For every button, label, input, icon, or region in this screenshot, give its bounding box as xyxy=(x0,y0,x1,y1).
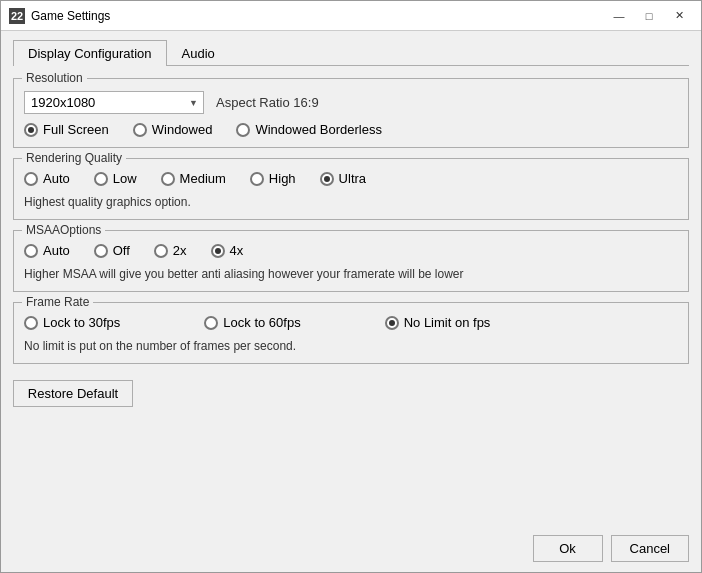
radio-msaa-auto-label: Auto xyxy=(43,243,70,258)
radio-lock60-label: Lock to 60fps xyxy=(223,315,300,330)
resolution-dropdown-wrapper[interactable]: 1920x1080 xyxy=(24,91,204,114)
title-bar: 22 Game Settings — □ ✕ xyxy=(1,1,701,31)
framerate-hint: No limit is put on the number of frames … xyxy=(24,339,296,353)
display-mode-group: Full Screen Windowed Windowed Borderless xyxy=(24,122,678,137)
rendering-hint: Highest quality graphics option. xyxy=(24,195,191,209)
radio-msaa-off[interactable]: Off xyxy=(94,243,130,258)
tab-audio[interactable]: Audio xyxy=(167,40,230,66)
radio-nolimit-label: No Limit on fps xyxy=(404,315,491,330)
rendering-quality-group: Rendering Quality Auto Low Medium xyxy=(13,158,689,220)
tab-bar: Display Configuration Audio xyxy=(13,39,689,66)
aspect-ratio-label: Aspect Ratio 16:9 xyxy=(216,95,319,110)
radio-windowed-borderless[interactable]: Windowed Borderless xyxy=(236,122,381,137)
radio-windowed-borderless-label: Windowed Borderless xyxy=(255,122,381,137)
close-button[interactable]: ✕ xyxy=(665,6,693,26)
tab-display-configuration[interactable]: Display Configuration xyxy=(13,40,167,66)
framerate-options-group: Lock to 30fps Lock to 60fps No Limit on … xyxy=(24,315,678,330)
msaa-group-label: MSAAOptions xyxy=(22,223,105,237)
radio-msaa-auto-circle xyxy=(24,244,38,258)
radio-lock60[interactable]: Lock to 60fps xyxy=(204,315,300,330)
radio-render-auto-label: Auto xyxy=(43,171,70,186)
radio-render-low-label: Low xyxy=(113,171,137,186)
radio-windowed-borderless-circle xyxy=(236,123,250,137)
msaa-content: Auto Off 2x 4x Higher MSAA will xyxy=(24,243,678,281)
rendering-content: Auto Low Medium High xyxy=(24,171,678,209)
bottom-bar: Ok Cancel xyxy=(1,527,701,572)
radio-msaa-2x[interactable]: 2x xyxy=(154,243,187,258)
restore-btn-row: Restore Default xyxy=(13,380,689,407)
radio-windowed[interactable]: Windowed xyxy=(133,122,213,137)
radio-render-medium-label: Medium xyxy=(180,171,226,186)
radio-render-low[interactable]: Low xyxy=(94,171,137,186)
resolution-group: Resolution 1920x1080 Aspect Ratio 16:9 F… xyxy=(13,78,689,148)
radio-msaa-off-circle xyxy=(94,244,108,258)
radio-msaa-auto[interactable]: Auto xyxy=(24,243,70,258)
ok-button[interactable]: Ok xyxy=(533,535,603,562)
radio-lock30-circle xyxy=(24,316,38,330)
resolution-content: 1920x1080 Aspect Ratio 16:9 Full Screen … xyxy=(24,91,678,137)
radio-fullscreen-circle xyxy=(24,123,38,137)
framerate-content: Lock to 30fps Lock to 60fps No Limit on … xyxy=(24,315,678,353)
radio-render-auto-circle xyxy=(24,172,38,186)
game-settings-window: 22 Game Settings — □ ✕ Display Configura… xyxy=(0,0,702,573)
window-content: Display Configuration Audio Resolution 1… xyxy=(1,31,701,527)
window-controls: — □ ✕ xyxy=(605,6,693,26)
maximize-button[interactable]: □ xyxy=(635,6,663,26)
radio-windowed-circle xyxy=(133,123,147,137)
radio-msaa-4x-circle xyxy=(211,244,225,258)
resolution-dropdown[interactable]: 1920x1080 xyxy=(24,91,204,114)
radio-render-high-circle xyxy=(250,172,264,186)
radio-render-low-circle xyxy=(94,172,108,186)
msaa-hint: Higher MSAA will give you better anti al… xyxy=(24,267,464,281)
rendering-group-label: Rendering Quality xyxy=(22,151,126,165)
msaa-options-group: Auto Off 2x 4x xyxy=(24,243,678,258)
radio-msaa-2x-circle xyxy=(154,244,168,258)
framerate-group: Frame Rate Lock to 30fps Lock to 60fps N… xyxy=(13,302,689,364)
radio-nolimit-circle xyxy=(385,316,399,330)
msaa-group: MSAAOptions Auto Off 2x xyxy=(13,230,689,292)
radio-fullscreen[interactable]: Full Screen xyxy=(24,122,109,137)
radio-render-high-label: High xyxy=(269,171,296,186)
radio-windowed-label: Windowed xyxy=(152,122,213,137)
radio-render-ultra-circle xyxy=(320,172,334,186)
window-title: Game Settings xyxy=(31,9,605,23)
radio-fullscreen-label: Full Screen xyxy=(43,122,109,137)
radio-msaa-2x-label: 2x xyxy=(173,243,187,258)
resolution-group-label: Resolution xyxy=(22,71,87,85)
radio-render-high[interactable]: High xyxy=(250,171,296,186)
radio-lock30-label: Lock to 30fps xyxy=(43,315,120,330)
radio-msaa-4x[interactable]: 4x xyxy=(211,243,244,258)
framerate-group-label: Frame Rate xyxy=(22,295,93,309)
radio-msaa-4x-label: 4x xyxy=(230,243,244,258)
radio-lock60-circle xyxy=(204,316,218,330)
app-icon: 22 xyxy=(9,8,25,24)
restore-default-button[interactable]: Restore Default xyxy=(13,380,133,407)
resolution-row: 1920x1080 Aspect Ratio 16:9 xyxy=(24,91,678,114)
radio-render-ultra[interactable]: Ultra xyxy=(320,171,366,186)
radio-render-medium-circle xyxy=(161,172,175,186)
minimize-button[interactable]: — xyxy=(605,6,633,26)
radio-msaa-off-label: Off xyxy=(113,243,130,258)
radio-nolimit[interactable]: No Limit on fps xyxy=(385,315,491,330)
cancel-button[interactable]: Cancel xyxy=(611,535,689,562)
radio-lock30[interactable]: Lock to 30fps xyxy=(24,315,120,330)
radio-render-auto[interactable]: Auto xyxy=(24,171,70,186)
rendering-options-group: Auto Low Medium High xyxy=(24,171,678,186)
radio-render-ultra-label: Ultra xyxy=(339,171,366,186)
radio-render-medium[interactable]: Medium xyxy=(161,171,226,186)
